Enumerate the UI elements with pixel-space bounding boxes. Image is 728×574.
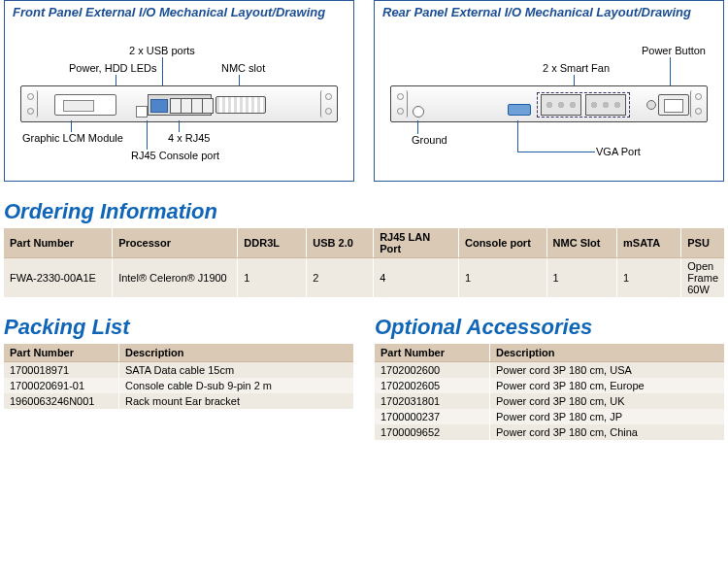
power-button <box>646 100 656 110</box>
label-lcm: Graphic LCM Module <box>22 132 123 144</box>
table-row: 1700018971 SATA Data cable 15cm <box>4 362 353 379</box>
packing-table: Part Number Description 1700018971 SATA … <box>4 344 353 409</box>
vga-port <box>508 104 531 116</box>
label-console: RJ45 Console port <box>131 150 219 161</box>
table-row: 1702031801 Power cord 3P 180 cm, UK <box>375 393 724 409</box>
label-rj45: 4 x RJ45 <box>168 132 210 144</box>
table-row: 1700000237 Power cord 3P 180 cm, JP <box>375 409 724 424</box>
cell-part: 1702002605 <box>375 378 490 393</box>
ordering-table: Part Number Processor DDR3L USB 2.0 RJ45… <box>4 228 724 297</box>
cell-desc: Power cord 3P 180 cm, USA <box>490 362 725 379</box>
th-part-number: Part Number <box>375 344 490 362</box>
cell-part: 1702002600 <box>375 362 490 379</box>
psu-inlet <box>658 94 689 116</box>
th-lan: RJ45 LAN Port <box>374 228 459 258</box>
cell-part: FWA-2330-00A1E <box>4 258 113 298</box>
cell-part: 1700000237 <box>375 409 490 424</box>
io-layout-panels: Front Panel External I/O Mechanical Layo… <box>4 0 724 182</box>
nmc-slot <box>215 96 266 114</box>
table-row: FWA-2330-00A1E Intel® Celeron® J1900 1 2… <box>4 258 724 298</box>
cell-part: 1960063246N001 <box>4 393 119 409</box>
th-description: Description <box>119 344 354 362</box>
cell-console: 1 <box>458 258 546 298</box>
smart-fan <box>541 94 581 116</box>
table-row: 1702002605 Power cord 3P 180 cm, Europe <box>375 378 724 393</box>
cell-part: 1700009652 <box>375 424 490 440</box>
table-row: 1700009652 Power cord 3P 180 cm, China <box>375 424 724 440</box>
th-description: Description <box>490 344 725 362</box>
cell-part: 1700020691-01 <box>4 378 119 393</box>
label-smart-fan: 2 x Smart Fan <box>543 62 610 74</box>
front-chassis <box>20 85 338 122</box>
cell-desc: Console cable D-sub 9-pin 2 m <box>119 378 354 393</box>
th-nmc: NMC Slot <box>546 228 616 258</box>
cell-nmc: 1 <box>546 258 616 298</box>
rear-panel-box: Rear Panel External I/O Mechanical Layou… <box>374 0 724 182</box>
console-port <box>136 106 148 118</box>
cell-usb: 2 <box>307 258 374 298</box>
label-usb-ports: 2 x USB ports <box>129 45 195 56</box>
cell-desc: Power cord 3P 180 cm, UK <box>490 393 725 409</box>
packing-heading: Packing List <box>4 315 353 340</box>
th-processor: Processor <box>113 228 238 258</box>
label-ground: Ground <box>412 134 447 146</box>
front-panel-title: Front Panel External I/O Mechanical Layo… <box>13 5 346 19</box>
th-usb: USB 2.0 <box>307 228 374 258</box>
cell-part: 1700018971 <box>4 362 119 379</box>
cell-lan: 4 <box>374 258 459 298</box>
label-power-button: Power Button <box>642 45 706 56</box>
rear-panel-title: Rear Panel External I/O Mechanical Layou… <box>382 5 715 19</box>
cell-psu: Open Frame 60W <box>681 258 724 298</box>
accessories-heading: Optional Accessories <box>375 315 724 340</box>
th-psu: PSU <box>681 228 724 258</box>
front-panel-drawing: 2 x USB ports Power, HDD LEDs NMC slot <box>13 27 346 173</box>
rj45-port <box>202 98 214 114</box>
ground-screw <box>413 106 424 118</box>
th-ddr3l: DDR3L <box>238 228 307 258</box>
th-part-number: Part Number <box>4 228 113 258</box>
front-panel-box: Front Panel External I/O Mechanical Layo… <box>4 0 354 182</box>
rear-panel-drawing: Power Button 2 x Smart Fan <box>382 27 715 173</box>
cell-desc: Power cord 3P 180 cm, Europe <box>490 378 725 393</box>
cell-msata: 1 <box>617 258 681 298</box>
th-console: Console port <box>458 228 546 258</box>
cell-part: 1702031801 <box>375 393 490 409</box>
th-part-number: Part Number <box>4 344 119 362</box>
cell-desc: Rack mount Ear bracket <box>119 393 354 409</box>
port-stack <box>148 94 212 116</box>
cell-desc: SATA Data cable 15cm <box>119 362 354 379</box>
cell-desc: Power cord 3P 180 cm, JP <box>490 409 725 424</box>
cell-desc: Power cord 3P 180 cm, China <box>490 424 725 440</box>
cell-proc: Intel® Celeron® J1900 <box>113 258 238 298</box>
table-row: 1700020691-01 Console cable D-sub 9-pin … <box>4 378 353 393</box>
th-msata: mSATA <box>617 228 681 258</box>
label-power-leds: Power, HDD LEDs <box>69 62 156 74</box>
cell-ddr3l: 1 <box>238 258 307 298</box>
label-vga: VGA Port <box>596 146 641 157</box>
smart-fan <box>585 94 626 116</box>
table-row: 1960063246N001 Rack mount Ear bracket <box>4 393 353 409</box>
rear-chassis <box>390 85 708 122</box>
table-row: 1702002600 Power cord 3P 180 cm, USA <box>375 362 724 379</box>
lcm-module <box>54 94 116 116</box>
usb-ports <box>150 99 168 113</box>
ordering-heading: Ordering Information <box>4 199 724 224</box>
label-nmc-slot: NMC slot <box>221 62 265 74</box>
accessories-table: Part Number Description 1702002600 Power… <box>375 344 724 440</box>
